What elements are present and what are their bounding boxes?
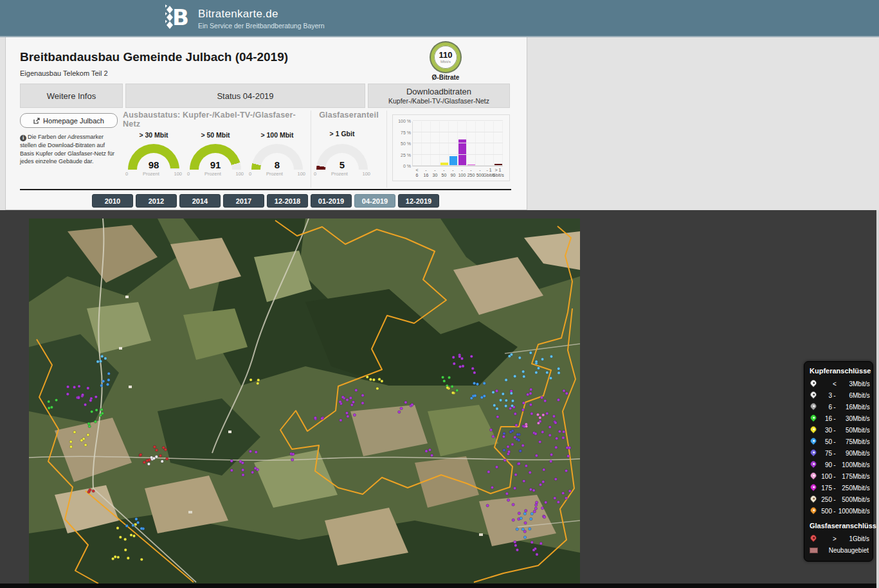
address-marker[interactable]: [251, 471, 254, 474]
address-marker[interactable]: [536, 413, 539, 416]
address-marker[interactable]: [470, 355, 473, 357]
address-marker[interactable]: [568, 490, 571, 492]
address-marker[interactable]: [95, 409, 98, 411]
address-marker[interactable]: [502, 393, 504, 395]
address-marker[interactable]: [554, 422, 557, 424]
address-marker[interactable]: [400, 407, 403, 409]
address-marker[interactable]: [381, 380, 383, 382]
address-marker[interactable]: [568, 447, 571, 449]
address-marker[interactable]: [346, 398, 349, 401]
year-button[interactable]: 01-2019: [311, 194, 352, 208]
address-marker[interactable]: [140, 453, 142, 456]
address-marker[interactable]: [535, 371, 538, 374]
address-marker[interactable]: [521, 409, 524, 411]
address-marker[interactable]: [522, 370, 525, 373]
address-marker[interactable]: [242, 474, 244, 476]
address-marker[interactable]: [548, 425, 551, 428]
address-marker[interactable]: [514, 474, 517, 476]
address-marker[interactable]: [249, 379, 252, 381]
address-marker[interactable]: [350, 404, 353, 406]
address-marker[interactable]: [486, 504, 489, 507]
address-marker[interactable]: [99, 360, 102, 362]
address-marker[interactable]: [443, 380, 446, 382]
address-marker[interactable]: [87, 434, 89, 436]
address-marker[interactable]: [456, 389, 458, 391]
address-marker[interactable]: [48, 407, 50, 409]
address-marker[interactable]: [471, 367, 474, 370]
brand[interactable]: B Bitratenkarte.de Ein Service der Breit…: [165, 4, 325, 33]
address-marker[interactable]: [87, 422, 90, 425]
address-marker[interactable]: [84, 443, 87, 446]
address-marker[interactable]: [73, 386, 75, 388]
address-marker[interactable]: [496, 407, 498, 410]
address-marker[interactable]: [513, 487, 516, 490]
address-marker[interactable]: [242, 468, 244, 471]
address-marker[interactable]: [530, 413, 533, 415]
address-marker[interactable]: [505, 405, 507, 407]
year-button[interactable]: 2014: [179, 194, 221, 208]
year-button[interactable]: 2012: [136, 194, 177, 208]
homepage-button[interactable]: Homepage Julbach: [20, 113, 118, 128]
address-marker[interactable]: [541, 507, 543, 510]
address-marker[interactable]: [369, 378, 372, 380]
address-marker[interactable]: [554, 497, 556, 499]
address-marker[interactable]: [557, 398, 559, 401]
address-marker[interactable]: [483, 395, 485, 397]
address-marker[interactable]: [537, 422, 539, 424]
address-marker[interactable]: [155, 449, 158, 451]
address-marker[interactable]: [451, 385, 453, 388]
address-marker[interactable]: [107, 372, 110, 375]
address-marker[interactable]: [508, 355, 511, 357]
address-marker[interactable]: [529, 528, 531, 530]
address-marker[interactable]: [521, 444, 524, 447]
address-marker[interactable]: [161, 460, 163, 463]
address-marker[interactable]: [117, 556, 120, 558]
address-marker[interactable]: [537, 367, 539, 370]
address-marker[interactable]: [398, 411, 401, 413]
address-marker[interactable]: [550, 460, 552, 463]
address-marker[interactable]: [514, 544, 517, 547]
address-marker[interactable]: [511, 443, 514, 445]
address-marker[interactable]: [546, 371, 548, 374]
address-marker[interactable]: [552, 415, 555, 418]
address-marker[interactable]: [239, 460, 242, 463]
address-marker[interactable]: [150, 456, 152, 459]
year-button[interactable]: 2017: [223, 194, 264, 208]
address-marker[interactable]: [545, 501, 547, 504]
address-marker[interactable]: [147, 463, 150, 465]
address-marker[interactable]: [87, 387, 89, 389]
address-marker[interactable]: [511, 404, 513, 407]
address-marker[interactable]: [530, 512, 533, 515]
address-marker[interactable]: [495, 466, 498, 468]
address-marker[interactable]: [554, 477, 557, 480]
address-marker[interactable]: [458, 355, 461, 358]
address-marker[interactable]: [556, 437, 558, 440]
address-marker[interactable]: [249, 450, 251, 452]
address-marker[interactable]: [314, 416, 316, 419]
address-marker[interactable]: [492, 391, 494, 393]
address-marker[interactable]: [534, 432, 537, 435]
address-marker[interactable]: [101, 355, 104, 357]
address-marker[interactable]: [529, 471, 531, 474]
address-marker[interactable]: [341, 396, 344, 398]
address-marker[interactable]: [321, 417, 323, 420]
address-marker[interactable]: [539, 483, 541, 486]
address-marker[interactable]: [66, 386, 69, 388]
address-marker[interactable]: [452, 356, 455, 359]
address-marker[interactable]: [291, 458, 294, 461]
address-marker[interactable]: [491, 486, 493, 488]
address-marker[interactable]: [48, 400, 50, 403]
address-marker[interactable]: [66, 393, 69, 395]
address-marker[interactable]: [349, 396, 352, 399]
address-marker[interactable]: [562, 492, 565, 494]
address-marker[interactable]: [525, 510, 527, 512]
tab-downloadbitraten[interactable]: Downloadbitraten Kupfer-/Kabel-TV-/Glasf…: [368, 84, 510, 108]
address-marker[interactable]: [535, 504, 538, 506]
address-marker[interactable]: [555, 446, 557, 449]
address-marker[interactable]: [361, 394, 364, 396]
address-marker[interactable]: [532, 549, 535, 551]
address-marker[interactable]: [550, 355, 552, 358]
address-marker[interactable]: [525, 425, 527, 427]
address-marker[interactable]: [116, 527, 119, 530]
address-marker[interactable]: [563, 389, 565, 392]
